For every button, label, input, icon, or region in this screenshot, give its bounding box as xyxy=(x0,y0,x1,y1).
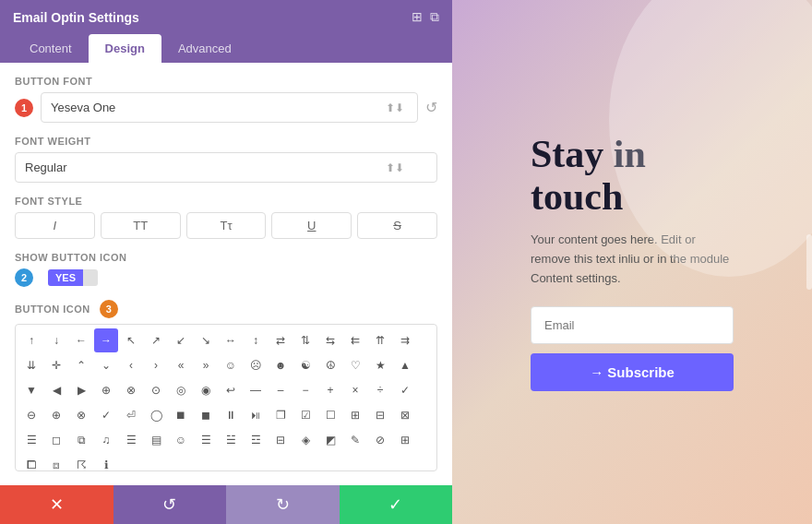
tab-content[interactable]: Content xyxy=(13,34,89,63)
icon-cell[interactable]: ℹ xyxy=(94,453,118,471)
icon-cell[interactable]: ✓ xyxy=(94,403,118,427)
reset-font-icon[interactable]: ↺ xyxy=(425,99,437,116)
icon-cell[interactable]: ☱ xyxy=(219,428,243,452)
icon-cell[interactable]: ☈ xyxy=(69,453,93,471)
icon-cell[interactable]: ⊞ xyxy=(393,428,417,452)
icon-cell[interactable]: × xyxy=(343,378,367,402)
icon-cell[interactable]: ◎ xyxy=(169,378,193,402)
icon-cell[interactable]: → xyxy=(94,328,118,352)
preview-email-input[interactable] xyxy=(531,306,734,344)
icon-cell[interactable]: ✓ xyxy=(393,378,417,402)
icon-cell[interactable]: ⊙ xyxy=(144,378,168,402)
icon-cell[interactable]: » xyxy=(194,353,218,377)
icon-cell[interactable]: ❐ xyxy=(269,403,293,427)
tab-advanced[interactable]: Advanced xyxy=(161,34,248,63)
icon-cell[interactable]: ⏎ xyxy=(119,403,143,427)
icon-cell[interactable]: ⇇ xyxy=(343,328,367,352)
icon-cell[interactable]: ☲ xyxy=(244,428,268,452)
icon-cell[interactable]: ⊗ xyxy=(119,378,143,402)
capitalize-btn[interactable]: Tτ xyxy=(186,212,267,239)
icon-cell[interactable]: ⧉ xyxy=(69,428,93,452)
icon-cell[interactable]: ▶ xyxy=(69,378,93,402)
icon-cell[interactable]: ⇆ xyxy=(318,328,342,352)
icon-cell[interactable]: ↑ xyxy=(19,328,43,352)
icon-cell[interactable]: ☯ xyxy=(293,353,317,377)
icon-cell[interactable]: ✎ xyxy=(343,428,367,452)
columns-icon[interactable]: ⧉ xyxy=(430,9,439,25)
icon-cell[interactable]: › xyxy=(144,353,168,377)
icon-cell[interactable]: ♫ xyxy=(94,428,118,452)
icon-cell[interactable]: ☹ xyxy=(244,353,268,377)
icon-cell[interactable]: ↓ xyxy=(44,328,68,352)
icon-cell[interactable]: « xyxy=(169,353,193,377)
icon-cell[interactable]: ⇈ xyxy=(368,328,392,352)
underline-btn[interactable]: U xyxy=(271,212,352,239)
save-button[interactable]: ✓ xyxy=(340,485,453,524)
icon-cell[interactable]: ÷ xyxy=(368,378,392,402)
icon-cell[interactable]: + xyxy=(318,378,342,402)
icon-cell[interactable]: ☻ xyxy=(269,353,293,377)
icon-cell[interactable]: ↙ xyxy=(169,328,193,352)
strikethrough-btn[interactable]: S xyxy=(357,212,437,239)
icon-cell[interactable]: ⇄ xyxy=(269,328,293,352)
icon-cell[interactable]: ⊗ xyxy=(69,403,93,427)
icon-cell[interactable]: ☰ xyxy=(119,428,143,452)
icon-cell[interactable]: ⊟ xyxy=(368,403,392,427)
icon-cell[interactable]: ☰ xyxy=(194,428,218,452)
cancel-button[interactable]: ✕ xyxy=(0,485,113,524)
icon-cell[interactable]: ⊟ xyxy=(269,428,293,452)
icon-cell[interactable]: ◻ xyxy=(44,428,68,452)
icon-cell[interactable]: ← xyxy=(69,328,93,352)
icon-cell[interactable]: ⌃ xyxy=(69,353,93,377)
reset-button[interactable]: ↺ xyxy=(113,485,227,524)
icon-cell[interactable]: ☺ xyxy=(219,353,243,377)
icon-cell[interactable]: ⧠ xyxy=(19,453,43,471)
icon-cell[interactable]: ⊕ xyxy=(94,378,118,402)
icon-cell[interactable]: − xyxy=(293,378,317,402)
icon-cell[interactable]: ⇉ xyxy=(393,328,417,352)
icon-cell[interactable]: ☑ xyxy=(293,403,317,427)
show-icon-toggle[interactable]: YES xyxy=(48,269,98,286)
icon-cell[interactable]: ☺ xyxy=(169,428,193,452)
icon-cell[interactable]: ↖ xyxy=(119,328,143,352)
icon-cell[interactable]: ⏸ xyxy=(219,403,243,427)
icon-cell[interactable]: ◩ xyxy=(318,428,342,452)
icon-cell[interactable]: ♡ xyxy=(343,353,367,377)
icon-cell[interactable]: ◈ xyxy=(293,428,317,452)
icon-cell[interactable]: — xyxy=(244,378,268,402)
icon-cell[interactable]: ⇅ xyxy=(293,328,317,352)
icon-cell[interactable]: ⧈ xyxy=(44,453,68,471)
button-font-select[interactable]: Yeseva One Arial Georgia xyxy=(41,92,418,123)
icon-cell[interactable]: ⊘ xyxy=(368,428,392,452)
uppercase-btn[interactable]: TT xyxy=(101,212,181,239)
icon-cell[interactable]: ⊠ xyxy=(393,403,417,427)
icon-cell[interactable]: ☐ xyxy=(318,403,342,427)
icon-cell[interactable]: ⏹ xyxy=(169,403,193,427)
icon-cell[interactable]: ☰ xyxy=(19,428,43,452)
icon-cell[interactable]: ⇊ xyxy=(19,353,43,377)
icon-cell[interactable]: ▤ xyxy=(144,428,168,452)
icon-cell[interactable]: ◼ xyxy=(194,403,218,427)
icon-cell[interactable]: ↗ xyxy=(144,328,168,352)
icon-cell[interactable]: ↕ xyxy=(244,328,268,352)
icon-cell[interactable]: ↘ xyxy=(194,328,218,352)
italic-btn[interactable]: I xyxy=(15,212,95,239)
icon-cell[interactable]: ⊖ xyxy=(19,403,43,427)
icon-cell[interactable]: ↔ xyxy=(219,328,243,352)
icon-cell[interactable]: ⌄ xyxy=(94,353,118,377)
font-weight-select[interactable]: Regular Bold Light xyxy=(15,152,437,183)
icon-cell[interactable]: ‹ xyxy=(119,353,143,377)
icon-cell[interactable]: ↩ xyxy=(219,378,243,402)
icon-cell[interactable]: ✛ xyxy=(44,353,68,377)
preview-subscribe-button[interactable]: → Subscribe xyxy=(531,353,734,391)
icon-cell[interactable]: ▲ xyxy=(393,353,417,377)
icon-cell[interactable]: ★ xyxy=(368,353,392,377)
settings-icon[interactable]: ⊞ xyxy=(412,9,423,25)
icon-cell[interactable]: ◯ xyxy=(144,403,168,427)
icon-cell[interactable]: ⏯ xyxy=(244,403,268,427)
icon-cell[interactable]: ▼ xyxy=(19,378,43,402)
icon-cell[interactable]: – xyxy=(269,378,293,402)
icon-cell[interactable]: ⊕ xyxy=(44,403,68,427)
redo-button[interactable]: ↻ xyxy=(226,485,340,524)
icon-cell[interactable]: ◉ xyxy=(194,378,218,402)
